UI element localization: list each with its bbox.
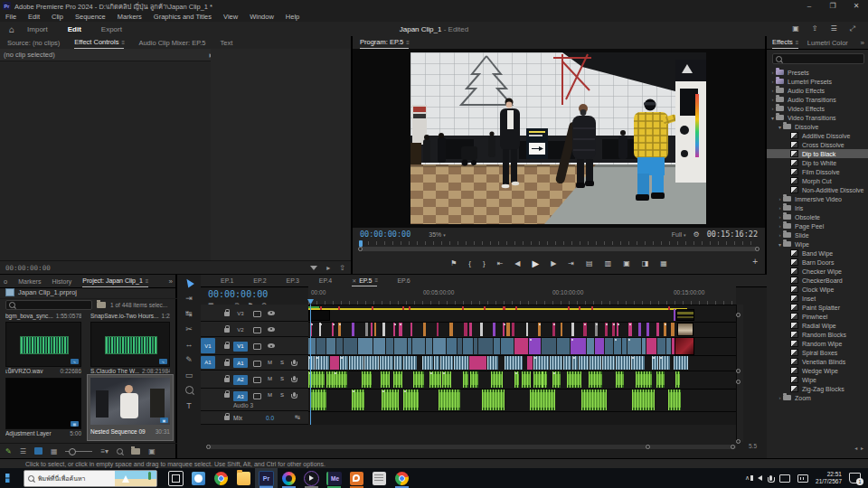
project-item-label[interactable]: Adjustment Layer5:00 xyxy=(5,429,81,437)
effect-random-blocks[interactable]: Random Blocks xyxy=(767,330,868,339)
v2-clip[interactable] xyxy=(571,323,574,336)
a3-clip[interactable] xyxy=(382,389,399,410)
play-button[interactable]: ▶ xyxy=(533,258,540,268)
project-item-adjustment-thumb[interactable]: ▦ xyxy=(5,378,81,429)
settings-wrench-icon[interactable]: ⚙ xyxy=(693,230,700,239)
v2-clip[interactable] xyxy=(410,323,412,336)
a1-clip[interactable] xyxy=(572,356,578,370)
tab-source-no-clips[interactable]: Source: (no clips) xyxy=(7,37,60,49)
program-timecode[interactable]: 00:00:00:00 xyxy=(360,230,410,239)
a1-clip[interactable] xyxy=(590,356,601,370)
effect-non-additive-dissolve[interactable]: Non-Additive Dissolve xyxy=(767,185,868,194)
v2-clip[interactable] xyxy=(371,323,373,336)
hscroll-handle-mid[interactable] xyxy=(646,445,650,449)
v1-end-clip[interactable] xyxy=(675,337,694,355)
sequence-tab-ep-6[interactable]: EP.6 xyxy=(397,277,410,284)
panel-menu-icon[interactable]: ≡ xyxy=(374,277,377,283)
v1-clip[interactable] xyxy=(386,338,393,354)
go-to-in-button[interactable]: ⇤ xyxy=(497,259,504,267)
timeline-tracks-area[interactable] xyxy=(308,305,736,425)
mute-button[interactable]: M xyxy=(268,376,272,381)
sequence-tab-ep-4[interactable]: EP.4 xyxy=(319,277,332,284)
menu-view[interactable]: View xyxy=(223,13,238,21)
chevron-right-icon[interactable]: › xyxy=(777,214,783,220)
toggle-track-output-icon[interactable] xyxy=(268,311,275,315)
new-item-icon[interactable]: ▣ xyxy=(148,447,156,455)
program-scrubber[interactable] xyxy=(353,240,765,253)
v1-clip[interactable] xyxy=(336,338,343,354)
v1-clip[interactable] xyxy=(478,338,493,354)
v1-clip[interactable] xyxy=(326,338,336,354)
effect-dip-to-white[interactable]: Dip to White xyxy=(767,158,868,167)
taskbar-app-chrome[interactable] xyxy=(210,468,232,488)
v1-clip[interactable] xyxy=(514,338,528,354)
tool-ripple-edit[interactable]: ↹ xyxy=(177,305,201,321)
effects-folder-video-effects[interactable]: ›Video Effects xyxy=(767,104,868,113)
record-mic-icon[interactable] xyxy=(293,360,296,364)
mark-in-button[interactable]: { xyxy=(468,259,471,267)
v2-clip[interactable] xyxy=(503,323,505,336)
v2-clip[interactable] xyxy=(493,323,495,336)
taskbar-app-premiere-pro[interactable]: Pr xyxy=(255,468,278,488)
v1-clip[interactable] xyxy=(587,338,594,354)
lock-icon[interactable] xyxy=(224,344,230,349)
a3-clip[interactable] xyxy=(310,389,326,410)
tool-zoom[interactable] xyxy=(177,382,201,398)
v2-clip[interactable] xyxy=(628,323,632,336)
chevron-down-icon[interactable]: ▾ xyxy=(777,241,783,248)
mute-button[interactable]: M xyxy=(268,360,272,365)
home-icon[interactable]: ⌂ xyxy=(9,24,14,34)
a1-clip[interactable] xyxy=(364,356,378,370)
effect-dip-to-black[interactable]: Dip to Black xyxy=(767,149,868,158)
v2-clip[interactable] xyxy=(449,323,453,336)
find-icon[interactable] xyxy=(117,448,123,455)
a2-clip[interactable] xyxy=(616,371,624,388)
a1-clip[interactable] xyxy=(394,356,402,370)
project-item-audio-thumb[interactable]: ∿ xyxy=(90,322,170,367)
solo-button[interactable]: S xyxy=(280,392,284,398)
clip-marker[interactable] xyxy=(568,306,570,310)
a3-clip[interactable] xyxy=(530,389,555,410)
clip-marker[interactable] xyxy=(402,306,404,310)
track-target-a2[interactable]: A2 xyxy=(233,375,248,385)
a1-clip[interactable] xyxy=(652,356,658,370)
lock-icon[interactable] xyxy=(224,416,230,420)
record-mic-icon[interactable] xyxy=(293,376,296,380)
taskbar-app-media-encoder[interactable]: Me xyxy=(323,468,345,488)
lift-button[interactable]: ▤ xyxy=(586,259,593,267)
v2-clip[interactable] xyxy=(605,323,608,336)
export-icon[interactable]: ⇧ xyxy=(339,264,345,272)
sync-lock-icon[interactable] xyxy=(253,343,261,350)
v2-clip[interactable] xyxy=(374,323,376,336)
v2-end-clip[interactable] xyxy=(677,323,693,336)
clip-marker[interactable] xyxy=(338,306,340,310)
notification-center-icon[interactable]: 1 xyxy=(849,473,861,483)
a1-clip[interactable] xyxy=(533,356,548,370)
menu-sequence[interactable]: Sequence xyxy=(75,13,106,21)
project-breadcrumb[interactable]: Japan Clip_1.prproj xyxy=(0,286,181,299)
lock-icon[interactable] xyxy=(224,328,230,333)
v1-clip[interactable] xyxy=(557,338,570,354)
close-tab-icon[interactable]: ✕ xyxy=(352,277,356,284)
button-editor-plus[interactable]: + xyxy=(752,257,758,267)
share-icon[interactable]: ⇪ xyxy=(812,24,818,33)
effects-folder-slide[interactable]: ›Slide xyxy=(767,230,868,239)
a1-clip[interactable] xyxy=(579,356,589,370)
quick-export-icon[interactable]: ▣ xyxy=(792,24,799,33)
v1-clip[interactable] xyxy=(447,338,457,354)
a1-clip[interactable] xyxy=(349,356,364,370)
a1-clip[interactable] xyxy=(659,356,670,370)
lock-icon[interactable] xyxy=(224,361,230,366)
effects-folder-obsolete[interactable]: ›Obsolete xyxy=(767,212,868,221)
effects-scroll-arrows[interactable]: ◂ ▸ xyxy=(854,445,864,451)
effects-folder-audio-transitions[interactable]: ›Audio Transitions xyxy=(767,95,868,104)
v1-clip[interactable] xyxy=(474,338,477,354)
workspace-tab-edit[interactable]: Edit xyxy=(68,25,81,33)
mute-button[interactable]: M xyxy=(268,392,272,398)
a3-clip[interactable] xyxy=(581,389,607,410)
v1-clip[interactable] xyxy=(458,338,462,354)
lock-icon[interactable] xyxy=(224,393,230,398)
clip-marker[interactable] xyxy=(372,306,373,310)
chevron-right-icon[interactable]: › xyxy=(769,70,776,75)
taskbar-search-box[interactable]: พิมพ์ที่นี่เพื่อค้นหา xyxy=(24,470,157,487)
